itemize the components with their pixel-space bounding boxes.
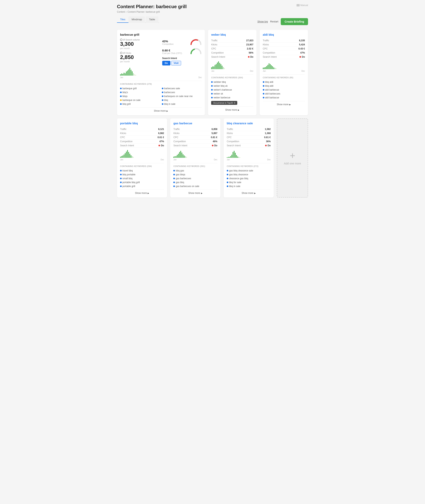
list-item: gas bbq clearance sale: [227, 169, 271, 172]
list-item: barbecues sale: [162, 87, 202, 90]
tab-mindmap[interactable]: Mindmap: [128, 16, 145, 23]
show-more-button-aldi[interactable]: Show more ▶: [263, 101, 305, 106]
list-item: gas bbq: [173, 181, 217, 184]
list-item: bbq for sale: [227, 181, 271, 184]
list-item: bbq in sale: [227, 184, 271, 188]
show-more-button-gas[interactable]: Show more ▶: [173, 190, 217, 194]
keywords-list-gas: bbq gas gas bbqs gas barbecues gas bbq g…: [173, 169, 217, 188]
cpc-value: 0.60 €: [162, 49, 182, 52]
tile-bbq-clearance-title: bbq clearance sale: [227, 122, 271, 125]
intent-visit-btn[interactable]: Visit: [171, 61, 181, 65]
keywords-list-portable: travel bbq bbq portable small bbq portab…: [120, 169, 164, 188]
list-item: bbq portable: [120, 173, 164, 176]
list-item: barbeque grill: [120, 87, 160, 90]
tile-gas-barbecue-title: gas barbecue: [173, 122, 217, 125]
show-log-link[interactable]: Show log: [257, 20, 268, 23]
tile-barbecue-grill: barbecue grill Ø Search volume 3,300 per…: [117, 30, 205, 115]
show-more-button-portable[interactable]: Show more ▶: [120, 190, 164, 194]
list-item: barbecues: [162, 91, 202, 94]
add-label: Add one more: [284, 162, 301, 165]
competition-value: 43%: [162, 39, 174, 43]
keywords-header-portable: CONTAINING KEYWORDS (294): [120, 165, 164, 167]
list-item: portable bbq grill: [120, 181, 164, 184]
main-chart: [120, 68, 202, 76]
intent-dot: [299, 56, 301, 58]
tile-add-one-more[interactable]: + Add one more: [277, 118, 308, 197]
tile-weber-bbq: weber bbq Traffic27,823 Klicks23,907 CPC…: [208, 30, 256, 115]
list-item: travel bbq: [120, 169, 164, 172]
list-item: portable grill: [120, 184, 164, 188]
list-item: weber bbq uk: [211, 84, 253, 88]
tile-barbecue-grill-title: barbecue grill: [120, 33, 202, 36]
search-volume-value: 3,300: [120, 41, 160, 47]
weber-chart: [211, 61, 253, 69]
show-more-button-weber[interactable]: Show more ▶: [211, 106, 253, 111]
list-item: barbeques on sale near me: [162, 94, 202, 98]
keywords-header-weber: CONTAINING KEYWORDS (264): [211, 77, 253, 79]
list-item: bbq: [162, 98, 202, 102]
clicks-value: 2,850: [120, 54, 160, 60]
list-item: bbq gas: [173, 169, 217, 172]
tile-gas-barbecue: gas barbecue Traffic6,858 Klicks5,897 CP…: [170, 118, 220, 197]
aldi-chart: [263, 61, 305, 69]
list-item: aldi barbecues: [263, 92, 305, 95]
keywords-header-main: CONTAINING KEYWORDS (279): [120, 83, 202, 85]
list-item: aldi barbacue: [263, 96, 305, 99]
tile-portable-bbq-title: portable bbq: [120, 122, 164, 125]
list-item: webber bbq: [211, 80, 253, 84]
manual-icon: [297, 4, 300, 7]
list-item: barbeque on sale: [120, 98, 160, 102]
list-item: bbq's: [120, 91, 160, 94]
show-more-button-main[interactable]: Show more ▶: [120, 107, 202, 112]
competition-gauge: [190, 39, 202, 46]
show-more-button-clearance[interactable]: Show more ▶: [227, 190, 271, 194]
list-item: gas barbecues on sale: [173, 184, 217, 188]
clearance-chart: [227, 150, 271, 158]
list-item: gas barbecues: [173, 177, 217, 180]
intent-do-btn[interactable]: Do: [162, 61, 170, 65]
page-title: Content Planner: barbecue grill: [117, 4, 186, 9]
list-item: bbq grill: [120, 102, 160, 106]
add-icon: +: [290, 151, 295, 160]
list-item: bbq in sale: [162, 102, 202, 106]
tile-weber-bbq-title: weber bbq: [211, 33, 253, 36]
keywords-header-gas: CONTAINING KEYWORDS (301): [173, 165, 217, 167]
create-briefing-button[interactable]: Create Briefing: [281, 18, 308, 25]
list-item: weber uk: [211, 92, 253, 95]
restart-link[interactable]: Restart: [270, 20, 279, 23]
list-item: bbq-aldi: [263, 84, 305, 88]
clicks-icon: [120, 52, 122, 54]
keywords-list-weber: webber bbq weber bbq uk weber's barbecue…: [211, 80, 253, 99]
tabs-container: Tiles Mindmap Table: [117, 16, 159, 23]
list-item: bbq aldi: [263, 80, 305, 84]
keywords-header-clearance: CONTAINING KEYWORDS (272): [227, 165, 271, 167]
tile-bbq-clearance-sale: bbq clearance sale Traffic1,582 Klicks1,…: [224, 118, 274, 197]
breadcrumb: Content › Content Planner: barbecue gril…: [117, 11, 186, 13]
keywords-header-aldi: CONTAINING KEYWORDS (95): [263, 77, 305, 79]
keywords-list-clearance: gas bbq clearance sale gas bbq clearance…: [227, 169, 271, 188]
list-item: aldi barbecue: [263, 88, 305, 92]
tooltip-occurrence: Occurrence in Top20: 9: [211, 101, 237, 105]
tile-aldi-bbq: aldi bbq Traffic8,335 Klicks5,424 CPC0.4…: [260, 30, 308, 115]
tab-tiles[interactable]: Tiles: [117, 16, 128, 23]
portable-chart: [120, 150, 164, 158]
keywords-grid-main: barbeque grill barbecues sale bbq's barb…: [120, 87, 202, 106]
list-item: small bbq: [120, 177, 164, 180]
list-item: weber barbecue: [211, 96, 253, 99]
manual-label: Manual: [297, 4, 308, 7]
list-item: clearance gas bbq: [227, 177, 271, 180]
list-item: gas bbqs: [173, 173, 217, 176]
list-item: bbqs: [120, 94, 160, 98]
cpc-gauge: [190, 48, 202, 55]
tab-table[interactable]: Table: [146, 16, 158, 23]
tile-aldi-bbq-title: aldi bbq: [263, 33, 305, 36]
tile-portable-bbq: portable bbq Traffic8,121 Klicks6,982 CP…: [117, 118, 167, 197]
keywords-list-aldi: bbq aldi bbq-aldi aldi barbecue aldi bar…: [263, 80, 305, 99]
gas-chart: [173, 150, 217, 158]
list-item: weber's barbecue: [211, 88, 253, 92]
list-item: gas bbq clearance: [227, 173, 271, 176]
search-volume-icon: [120, 39, 122, 41]
intent-dot: [248, 56, 250, 58]
